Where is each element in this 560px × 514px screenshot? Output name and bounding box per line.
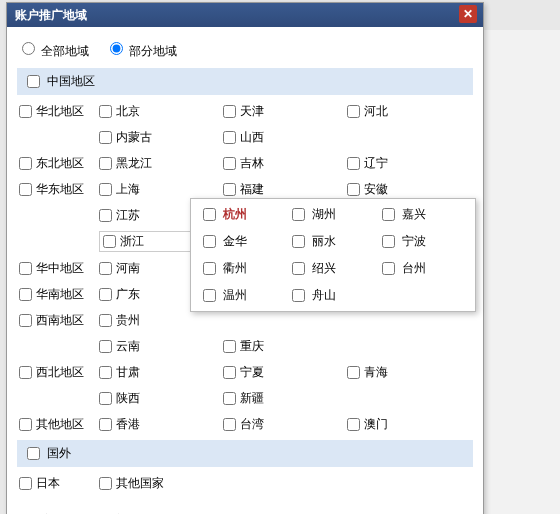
- city-jinhua[interactable]: 金华: [199, 232, 288, 251]
- region-huanan[interactable]: 华南地区: [19, 284, 99, 304]
- region-xinan[interactable]: 西南地区: [19, 310, 99, 330]
- checkbox-abroad[interactable]: [27, 447, 40, 460]
- item-chongqing[interactable]: 重庆: [223, 336, 347, 356]
- item-beijing[interactable]: 北京: [99, 101, 223, 121]
- item-ningxia[interactable]: 宁夏: [223, 362, 347, 382]
- city-hangzhou[interactable]: 杭州: [199, 205, 288, 224]
- scope-partial-text: 部分地域: [129, 44, 177, 58]
- scope-all-radio[interactable]: [22, 42, 35, 55]
- modal-titlebar: 账户推广地域 ✕: [7, 3, 483, 27]
- item-xinjiang[interactable]: 新疆: [223, 388, 347, 408]
- city-lishui[interactable]: 丽水: [288, 232, 377, 251]
- region-qita[interactable]: 其他地区: [19, 414, 99, 434]
- modal-title: 账户推广地域: [15, 8, 87, 22]
- region-dongbei[interactable]: 东北地区: [19, 153, 99, 173]
- scope-partial-label[interactable]: 部分地域: [105, 44, 177, 58]
- item-guizhou[interactable]: 贵州: [99, 310, 223, 330]
- city-huzhou[interactable]: 湖州: [288, 205, 377, 224]
- scope-all-text: 全部地域: [41, 44, 89, 58]
- region-xibei[interactable]: 西北地区: [19, 362, 99, 382]
- abroad-grid: 日本 其他国家: [17, 471, 473, 499]
- city-taizhou[interactable]: 台州: [378, 259, 467, 278]
- item-hebei[interactable]: 河北: [347, 101, 471, 121]
- region-huazhong[interactable]: 华中地区: [19, 258, 99, 278]
- bottom-area: 启用搜索意图定位功能 ? 确定 取消: [17, 499, 473, 514]
- item-neimenggu[interactable]: 内蒙古: [99, 127, 223, 147]
- item-shanxi1[interactable]: 山西: [223, 127, 347, 147]
- item-shaanxi[interactable]: 陕西: [99, 388, 223, 408]
- zhejiang-popover: 杭州 湖州 嘉兴 金华 丽水 宁波 衢州 绍兴 台州 温州 舟山: [190, 198, 476, 312]
- item-tianjin[interactable]: 天津: [223, 101, 347, 121]
- city-wenzhou[interactable]: 温州: [199, 286, 288, 305]
- section-china: 中国地区: [17, 68, 473, 95]
- item-qinghai[interactable]: 青海: [347, 362, 471, 382]
- item-shanghai[interactable]: 上海: [99, 179, 223, 199]
- item-jilin[interactable]: 吉林: [223, 153, 347, 173]
- scope-all-label[interactable]: 全部地域: [17, 44, 93, 58]
- region-huadong[interactable]: 华东地区: [19, 179, 99, 199]
- item-xianggang[interactable]: 香港: [99, 414, 223, 434]
- section-china-label: 中国地区: [47, 74, 95, 88]
- intent-row[interactable]: 启用搜索意图定位功能 ?: [17, 505, 473, 514]
- section-abroad: 国外: [17, 440, 473, 467]
- item-heilongjiang[interactable]: 黑龙江: [99, 153, 223, 173]
- scope-partial-radio[interactable]: [110, 42, 123, 55]
- item-fujian[interactable]: 福建: [223, 179, 347, 199]
- region-huabei[interactable]: 华北地区: [19, 101, 99, 121]
- item-anhui[interactable]: 安徽: [347, 179, 471, 199]
- item-taiwan[interactable]: 台湾: [223, 414, 347, 434]
- city-quzhou[interactable]: 衢州: [199, 259, 288, 278]
- scope-row: 全部地域 部分地域: [17, 35, 473, 68]
- item-riben[interactable]: 日本: [19, 473, 99, 493]
- city-shaoxing[interactable]: 绍兴: [288, 259, 377, 278]
- item-qitaguo[interactable]: 其他国家: [99, 473, 223, 493]
- checkbox-huabei[interactable]: [19, 105, 32, 118]
- checkbox-china[interactable]: [27, 75, 40, 88]
- item-aomen[interactable]: 澳门: [347, 414, 471, 434]
- section-abroad-label: 国外: [47, 446, 71, 460]
- item-yunnan[interactable]: 云南: [99, 336, 223, 356]
- item-gansu[interactable]: 甘肃: [99, 362, 223, 382]
- city-zhoushan[interactable]: 舟山: [288, 286, 377, 305]
- close-icon[interactable]: ✕: [459, 5, 477, 23]
- city-ningbo[interactable]: 宁波: [378, 232, 467, 251]
- city-jiaxing[interactable]: 嘉兴: [378, 205, 467, 224]
- item-liaoning[interactable]: 辽宁: [347, 153, 471, 173]
